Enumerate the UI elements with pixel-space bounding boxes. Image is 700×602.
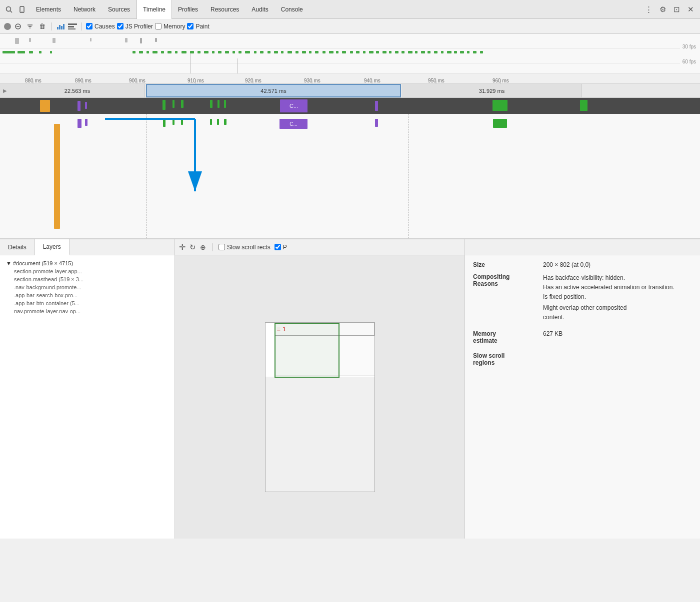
compositing-reason-4: Might overlap other composited <box>543 303 692 313</box>
band-bar-purple-3 <box>375 101 378 111</box>
mobile-icon[interactable] <box>17 4 27 14</box>
fps-30-line <box>0 48 680 48</box>
row-label-spacer: ▶ <box>0 84 10 97</box>
pan-icon[interactable]: ✛ <box>179 242 186 252</box>
svg-rect-10 <box>59 25 60 29</box>
dashed-line-1 <box>146 114 146 238</box>
event-purple-2 <box>85 119 88 126</box>
slow-scroll-row: Slow scroll regions <box>473 352 692 366</box>
dashed-line-2 <box>408 114 408 238</box>
fps-30-label: 30 fps <box>682 44 696 49</box>
right-panel: Size 200 × 802 (at 0,0) Compositing Reas… <box>465 239 700 539</box>
causes-checkbox-label[interactable]: Causes <box>86 23 115 30</box>
event-green-s1 <box>163 119 166 127</box>
tree-item-masthead[interactable]: section.masthead (519 × 3... <box>2 275 172 283</box>
search-icon[interactable] <box>4 4 14 14</box>
nav-item-profiles[interactable]: Profiles <box>172 0 204 19</box>
stop-button[interactable] <box>13 21 23 31</box>
ruler-tick-930: 930 ms <box>304 78 320 83</box>
svg-point-0 <box>6 6 11 11</box>
memory-value: 627 KB <box>543 330 692 344</box>
band-bar-green-6 <box>224 100 226 108</box>
event-green-fr <box>493 119 507 128</box>
size-row: Size 200 × 802 (at 0,0) <box>473 261 692 268</box>
paint-checkbox-label[interactable]: Paint <box>187 23 209 30</box>
tree-item-btn-container[interactable]: .app-bar-btn-container (5... <box>2 299 172 307</box>
band-bar-green-3 <box>181 100 184 108</box>
bar-chart-icon[interactable] <box>56 21 66 31</box>
close-icon[interactable]: ✕ <box>685 4 696 15</box>
ruler-tick-940: 940 ms <box>364 78 380 83</box>
timeline-band: C... <box>0 98 700 114</box>
properties-content: Size 200 × 802 (at 0,0) Compositing Reas… <box>465 255 700 539</box>
band-bar-purple-2 <box>85 102 87 109</box>
nav-item-console[interactable]: Console <box>275 0 310 19</box>
svg-rect-13 <box>68 23 77 25</box>
segment-left[interactable]: 22.563 ms <box>10 84 145 97</box>
nav-item-network[interactable]: Network <box>68 0 102 19</box>
nav-item-sources[interactable]: Sources <box>102 0 136 19</box>
memory-row: Memory estimate 627 KB <box>473 330 692 344</box>
paint-checkbox[interactable] <box>187 23 194 29</box>
band-bar-green-far <box>580 100 588 111</box>
memory-checkbox-label[interactable]: Memory <box>155 23 185 30</box>
slow-scroll-label[interactable]: Slow scroll rects <box>218 244 270 251</box>
tree-item-nav-background[interactable]: .nav-background.promote... <box>2 283 172 291</box>
segment-right[interactable]: 31.929 ms <box>402 84 582 97</box>
settings-icon[interactable]: ⚙ <box>657 4 668 15</box>
segment-selected[interactable]: 42.571 ms <box>146 84 401 97</box>
thumb-green-highlight <box>274 323 340 378</box>
fps-60-label: 60 fps <box>682 59 696 64</box>
timeline-container: 30 fps 60 fps <box>0 34 700 239</box>
panel-tabs: Details Layers <box>0 239 174 255</box>
record-button[interactable] <box>4 23 11 30</box>
trash-button[interactable]: 🗑 <box>37 21 47 31</box>
tree-item-search-box[interactable]: .app-bar-search-box.pro... <box>2 291 172 299</box>
timeline-selection-bar: ▶ 22.563 ms 42.571 ms 31.929 ms <box>0 84 700 98</box>
band-bar-green-1 <box>162 100 166 110</box>
bottom-panels: Details Layers ▼ #document (519 × 4715) … <box>0 239 700 539</box>
svg-rect-11 <box>61 26 62 29</box>
js-profiler-checkbox-label[interactable]: JS Profiler <box>117 23 153 30</box>
right-panel-spacer <box>465 239 700 255</box>
memory-checkbox[interactable] <box>155 23 162 29</box>
left-panel: Details Layers ▼ #document (519 × 4715) … <box>0 239 175 539</box>
nav-item-elements[interactable]: Elements <box>30 0 68 19</box>
nav-item-timeline[interactable]: Timeline <box>136 0 172 19</box>
tab-layers[interactable]: Layers <box>35 239 70 255</box>
rotate-icon[interactable]: ↻ <box>190 243 196 252</box>
ruler-tick-900: 900 ms <box>129 78 146 83</box>
ruler-tick-920: 920 ms <box>245 78 262 83</box>
separator-2 <box>82 22 82 30</box>
js-profiler-checkbox[interactable] <box>117 23 124 29</box>
timeline-view-icon[interactable] <box>68 21 78 31</box>
event-green-s3 <box>181 119 183 125</box>
size-value: 200 × 802 (at 0,0) <box>543 261 692 268</box>
segments-container: 22.563 ms 42.571 ms 31.929 ms <box>10 84 700 97</box>
svg-point-3 <box>22 10 22 11</box>
band-bar-green-right <box>492 100 508 111</box>
tree-item-nav-op[interactable]: nav.promote-layer.nav-op... <box>2 307 172 315</box>
p-label[interactable]: P <box>274 244 287 251</box>
separator-1 <box>51 22 52 30</box>
tree-item-promote-layer[interactable]: section.promote-layer.app... <box>2 267 172 275</box>
event-bar-yellow-tall <box>54 124 60 229</box>
event-purple-r1 <box>375 119 378 127</box>
p-checkbox[interactable] <box>274 244 281 250</box>
band-bar-c: C... <box>280 99 308 112</box>
nav-right-icons: ⋮ ⚙ ⊡ ✕ <box>643 4 696 15</box>
dock-icon[interactable]: ⋮ <box>643 4 654 15</box>
slow-scroll-checkbox[interactable] <box>218 244 225 250</box>
event-rows: C... <box>0 114 700 239</box>
compositing-reason-1: Has backface-visibility: hidden. <box>543 273 692 283</box>
tab-details[interactable]: Details <box>0 239 35 255</box>
causes-checkbox[interactable] <box>86 23 92 29</box>
move-icon[interactable]: ⊕ <box>200 243 206 251</box>
nav-item-resources[interactable]: Resources <box>204 0 246 19</box>
nav-item-audits[interactable]: Audits <box>246 0 274 19</box>
ruler-tick-890: 890 ms <box>75 78 92 83</box>
tree-item-document[interactable]: ▼ #document (519 × 4715) <box>2 259 172 267</box>
filter-button[interactable] <box>25 21 35 31</box>
undock-icon[interactable]: ⊡ <box>671 4 682 15</box>
compositing-label: Compositing Reasons <box>473 273 543 322</box>
